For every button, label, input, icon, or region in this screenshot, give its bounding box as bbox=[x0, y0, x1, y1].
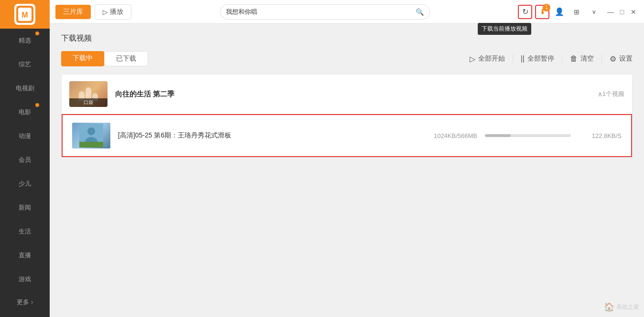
pause-all-button[interactable]: || 全部暂停 bbox=[521, 54, 554, 63]
sidebar-item-life[interactable]: 生活 bbox=[0, 220, 50, 243]
main-content: 三片库 ▷ 播放 🔍 ↻ 下载当前播放视频 ⬇ 1 👤 bbox=[50, 0, 644, 317]
tabs-left: 下载中 已下载 bbox=[61, 51, 148, 66]
dongman-label: 动漫 bbox=[19, 132, 31, 140]
tabs-bar: 下载中 已下载 ▷ 全部开始 || 全部暂停 🗑 清空 bbox=[61, 51, 633, 66]
jingxuan-badge bbox=[35, 32, 39, 35]
member-label: 会员 bbox=[19, 156, 31, 164]
sidebar-bottom: ☆ 收藏 👣 足迹 bbox=[0, 313, 50, 317]
game-label: 游戏 bbox=[19, 275, 31, 284]
pause-all-icon: || bbox=[521, 54, 525, 63]
svg-text:M: M bbox=[21, 11, 28, 19]
play-button[interactable]: ▷ 播放 bbox=[95, 4, 131, 20]
sidebar-item-news[interactable]: 新闻 bbox=[0, 196, 50, 220]
sidebar-item-favorites[interactable]: ☆ 收藏 bbox=[0, 313, 50, 317]
maximize-button[interactable]: □ bbox=[617, 7, 627, 17]
series-thumb-label: 口袋 bbox=[69, 98, 107, 107]
search-box: 🔍 bbox=[220, 4, 430, 20]
sidebar-item-game[interactable]: 游戏 bbox=[0, 267, 50, 291]
more-arrow-icon: › bbox=[31, 299, 33, 306]
chevron-down-icon: ∨ bbox=[592, 9, 596, 15]
share-icon-btn[interactable]: ⊞ bbox=[569, 5, 584, 19]
sidebar-item-live[interactable]: 直播 bbox=[0, 243, 50, 267]
minimize-button[interactable]: — bbox=[606, 7, 615, 17]
zongyi-label: 综艺 bbox=[19, 60, 31, 69]
watermark-text: 系统之家 bbox=[616, 303, 639, 311]
table-row: [高清]05-25 第6期：王珞丹秀花式滑板 1024KB/566MB 122.… bbox=[63, 115, 631, 156]
divider-1 bbox=[513, 54, 513, 63]
gear-icon: ⚙ bbox=[610, 54, 616, 63]
news-label: 新闻 bbox=[19, 203, 31, 212]
collapse-icon[interactable]: ∧ bbox=[598, 90, 602, 98]
download-current-button[interactable]: ↻ 下载当前播放视频 bbox=[518, 5, 532, 19]
live-label: 直播 bbox=[19, 251, 31, 260]
series-title: 向往的生活 第二季 bbox=[115, 90, 594, 99]
sidebar-item-zongyi[interactable]: 综艺 bbox=[0, 53, 50, 76]
download-count-badge: 1 bbox=[543, 4, 550, 11]
more-label: 更多 bbox=[17, 298, 29, 306]
page-title: 下载视频 bbox=[61, 33, 633, 43]
tabs-right: ▷ 全部开始 || 全部暂停 🗑 清空 ⚙ 设置 bbox=[470, 54, 633, 63]
user-icon-btn[interactable]: 👤 bbox=[552, 5, 567, 19]
series-header: 口袋 向往的生活 第二季 ∧ 1个视频 bbox=[62, 74, 632, 114]
sidebar-item-children[interactable]: 少儿 bbox=[0, 172, 50, 196]
watermark-icon: 🏠 bbox=[604, 302, 614, 312]
topbar: 三片库 ▷ 播放 🔍 ↻ 下载当前播放视频 ⬇ 1 👤 bbox=[50, 0, 644, 24]
topbar-right: ↻ 下载当前播放视频 ⬇ 1 👤 ⊞ ∨ — □ ✕ bbox=[518, 5, 638, 19]
video-thumbnail bbox=[72, 123, 110, 148]
start-all-label: 全部开始 bbox=[478, 54, 505, 63]
tab-downloading[interactable]: 下载中 bbox=[61, 51, 104, 66]
play-label: 播放 bbox=[110, 8, 123, 16]
search-icon[interactable]: 🔍 bbox=[416, 8, 424, 16]
movie-badge bbox=[35, 103, 39, 107]
user-icon: 👤 bbox=[555, 7, 564, 16]
movie-label: 电影 bbox=[19, 108, 31, 116]
tab-downloaded[interactable]: 已下载 bbox=[104, 51, 148, 66]
progress-text: 1024KB/566MB bbox=[420, 132, 477, 139]
svg-point-4 bbox=[87, 127, 95, 135]
watermark: 🏠 系统之家 bbox=[604, 302, 639, 312]
sidebar-item-jingxuan[interactable]: 精选 bbox=[0, 29, 50, 53]
download-speed: 122.8KB/S bbox=[579, 132, 622, 139]
play-all-icon: ▷ bbox=[470, 54, 475, 63]
life-label: 生活 bbox=[19, 227, 31, 236]
sidebar-item-member[interactable]: 会员 bbox=[0, 148, 50, 172]
sidebar-item-dongman[interactable]: 动漫 bbox=[0, 124, 50, 148]
download-tooltip: 下载当前播放视频 bbox=[478, 23, 531, 35]
progress-bar bbox=[485, 134, 571, 137]
download-section: 口袋 向往的生活 第二季 ∧ 1个视频 bbox=[61, 74, 633, 158]
sidebar-item-tvdrama[interactable]: 电视剧 bbox=[0, 76, 50, 100]
sidebar-item-more[interactable]: 更多 › bbox=[0, 291, 50, 313]
settings-button[interactable]: ⚙ 设置 bbox=[610, 54, 633, 63]
clear-all-label: 清空 bbox=[580, 54, 594, 63]
progress-bar-fill bbox=[485, 134, 511, 137]
video-count: 1个视频 bbox=[602, 90, 624, 98]
close-button[interactable]: ✕ bbox=[629, 7, 638, 17]
tvdrama-label: 电视剧 bbox=[16, 84, 34, 93]
chevron-down-btn[interactable]: ∨ bbox=[587, 5, 601, 19]
sidebar-item-movie[interactable]: 电影 bbox=[0, 100, 50, 124]
divider-2 bbox=[562, 54, 562, 63]
window-controls: — □ ✕ bbox=[606, 7, 638, 17]
share-icon: ⊞ bbox=[574, 8, 580, 16]
clear-all-button[interactable]: 🗑 清空 bbox=[570, 54, 594, 63]
settings-label: 设置 bbox=[619, 54, 633, 63]
download-icon-btn[interactable]: ⬇ 1 bbox=[535, 5, 549, 19]
trash-icon: 🗑 bbox=[570, 54, 578, 63]
play-icon: ▷ bbox=[103, 8, 108, 16]
content-area: 下载视频 下载中 已下载 ▷ 全部开始 || 全部暂停 🗑 bbox=[50, 24, 644, 317]
pause-all-label: 全部暂停 bbox=[527, 54, 554, 63]
video-title: [高清]05-25 第6期：王珞丹秀花式滑板 bbox=[118, 131, 412, 140]
download-items-wrapper: [高清]05-25 第6期：王珞丹秀花式滑板 1024KB/566MB 122.… bbox=[62, 114, 632, 157]
logo-icon: M bbox=[14, 4, 35, 25]
refresh-icon: ↻ bbox=[522, 7, 528, 16]
divider-3 bbox=[601, 54, 602, 63]
video-thumb-inner bbox=[72, 123, 110, 148]
start-all-button[interactable]: ▷ 全部开始 bbox=[470, 54, 505, 63]
search-input[interactable] bbox=[226, 8, 416, 15]
library-button[interactable]: 三片库 bbox=[55, 5, 91, 19]
logo-area[interactable]: M bbox=[0, 0, 50, 29]
sidebar: M 精选 综艺 电视剧 电影 动漫 会员 少儿 新闻 生活 bbox=[0, 0, 50, 317]
svg-rect-6 bbox=[79, 142, 103, 148]
sidebar-nav: 精选 综艺 电视剧 电影 动漫 会员 少儿 新闻 生活 直播 bbox=[0, 29, 50, 313]
children-label: 少儿 bbox=[19, 180, 31, 188]
